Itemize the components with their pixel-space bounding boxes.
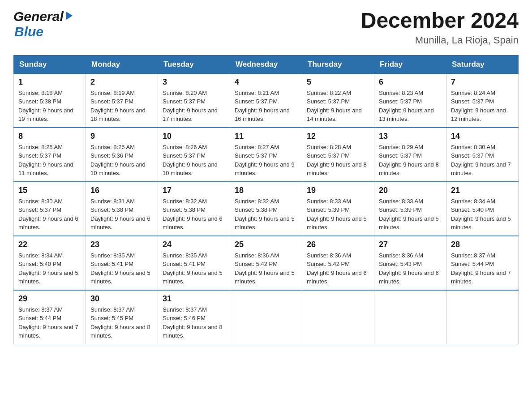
day-cell-16: 16Sunrise: 8:31 AMSunset: 5:38 PMDayligh…	[86, 182, 158, 236]
day-number: 17	[163, 186, 225, 195]
day-number: 28	[451, 240, 514, 249]
day-cell-8: 8Sunrise: 8:25 AMSunset: 5:37 PMDaylight…	[14, 128, 86, 182]
day-cell-4: 4Sunrise: 8:21 AMSunset: 5:37 PMDaylight…	[230, 73, 302, 128]
day-info: Sunrise: 8:37 AMSunset: 5:44 PMDaylight:…	[18, 305, 81, 340]
day-info: Sunrise: 8:34 AMSunset: 5:40 PMDaylight:…	[18, 251, 81, 286]
header-row: SundayMondayTuesdayWednesdayThursdayFrid…	[14, 55, 519, 73]
empty-cell	[374, 290, 446, 344]
day-info: Sunrise: 8:37 AMSunset: 5:46 PMDaylight:…	[163, 305, 225, 340]
logo-blue: Blue	[13, 24, 43, 39]
day-info: Sunrise: 8:35 AMSunset: 5:41 PMDaylight:…	[163, 251, 225, 286]
day-info: Sunrise: 8:36 AMSunset: 5:42 PMDaylight:…	[307, 251, 369, 286]
day-info: Sunrise: 8:21 AMSunset: 5:37 PMDaylight:…	[235, 89, 297, 124]
day-info: Sunrise: 8:26 AMSunset: 5:37 PMDaylight:…	[163, 143, 225, 178]
header-day-sunday: Sunday	[14, 55, 86, 73]
day-info: Sunrise: 8:20 AMSunset: 5:37 PMDaylight:…	[163, 89, 225, 124]
month-title: December 2024	[361, 9, 519, 33]
day-cell-29: 29Sunrise: 8:37 AMSunset: 5:44 PMDayligh…	[14, 290, 86, 344]
day-cell-23: 23Sunrise: 8:35 AMSunset: 5:41 PMDayligh…	[86, 236, 158, 290]
day-info: Sunrise: 8:22 AMSunset: 5:37 PMDaylight:…	[307, 89, 369, 124]
week-row-3: 15Sunrise: 8:30 AMSunset: 5:37 PMDayligh…	[14, 182, 519, 236]
day-info: Sunrise: 8:30 AMSunset: 5:37 PMDaylight:…	[18, 197, 81, 232]
day-number: 6	[379, 77, 442, 87]
title-section: December 2024 Munilla, La Rioja, Spain	[361, 9, 519, 46]
day-number: 13	[379, 132, 442, 141]
day-info: Sunrise: 8:32 AMSunset: 5:38 PMDaylight:…	[163, 197, 225, 232]
day-number: 3	[163, 77, 225, 87]
day-info: Sunrise: 8:18 AMSunset: 5:38 PMDaylight:…	[18, 89, 81, 124]
empty-cell	[446, 290, 519, 344]
location: Munilla, La Rioja, Spain	[361, 34, 519, 46]
header-day-wednesday: Wednesday	[230, 55, 302, 73]
day-number: 11	[235, 132, 297, 141]
day-cell-22: 22Sunrise: 8:34 AMSunset: 5:40 PMDayligh…	[14, 236, 86, 290]
day-number: 10	[163, 132, 225, 141]
logo-general: General	[13, 9, 64, 24]
header-day-tuesday: Tuesday	[158, 55, 230, 73]
day-cell-25: 25Sunrise: 8:36 AMSunset: 5:42 PMDayligh…	[230, 236, 302, 290]
week-row-1: 1Sunrise: 8:18 AMSunset: 5:38 PMDaylight…	[14, 73, 519, 128]
empty-cell	[302, 290, 374, 344]
day-cell-14: 14Sunrise: 8:30 AMSunset: 5:37 PMDayligh…	[446, 128, 519, 182]
day-cell-9: 9Sunrise: 8:26 AMSunset: 5:36 PMDaylight…	[86, 128, 158, 182]
day-cell-20: 20Sunrise: 8:33 AMSunset: 5:39 PMDayligh…	[374, 182, 446, 236]
day-info: Sunrise: 8:33 AMSunset: 5:39 PMDaylight:…	[307, 197, 369, 232]
day-number: 22	[18, 240, 81, 249]
day-cell-27: 27Sunrise: 8:36 AMSunset: 5:43 PMDayligh…	[374, 236, 446, 290]
header-day-thursday: Thursday	[302, 55, 374, 73]
calendar-table: SundayMondayTuesdayWednesdayThursdayFrid…	[13, 55, 519, 344]
day-info: Sunrise: 8:33 AMSunset: 5:39 PMDaylight:…	[379, 197, 442, 232]
day-cell-24: 24Sunrise: 8:35 AMSunset: 5:41 PMDayligh…	[158, 236, 230, 290]
day-number: 15	[18, 186, 81, 195]
day-cell-21: 21Sunrise: 8:34 AMSunset: 5:40 PMDayligh…	[446, 182, 519, 236]
svg-marker-0	[66, 12, 73, 20]
day-cell-3: 3Sunrise: 8:20 AMSunset: 5:37 PMDaylight…	[158, 73, 230, 128]
logo-arrow-icon	[64, 11, 74, 22]
day-info: Sunrise: 8:35 AMSunset: 5:41 PMDaylight:…	[90, 251, 153, 286]
day-info: Sunrise: 8:24 AMSunset: 5:37 PMDaylight:…	[451, 89, 514, 124]
day-number: 5	[307, 77, 369, 87]
day-number: 26	[307, 240, 369, 249]
day-info: Sunrise: 8:26 AMSunset: 5:36 PMDaylight:…	[90, 143, 153, 178]
day-info: Sunrise: 8:36 AMSunset: 5:43 PMDaylight:…	[379, 251, 442, 286]
week-row-4: 22Sunrise: 8:34 AMSunset: 5:40 PMDayligh…	[14, 236, 519, 290]
day-info: Sunrise: 8:30 AMSunset: 5:37 PMDaylight:…	[451, 143, 514, 178]
day-cell-6: 6Sunrise: 8:23 AMSunset: 5:37 PMDaylight…	[374, 73, 446, 128]
day-cell-2: 2Sunrise: 8:19 AMSunset: 5:37 PMDaylight…	[86, 73, 158, 128]
day-cell-19: 19Sunrise: 8:33 AMSunset: 5:39 PMDayligh…	[302, 182, 374, 236]
logo: General Blue	[13, 9, 74, 39]
day-number: 18	[235, 186, 297, 195]
day-cell-7: 7Sunrise: 8:24 AMSunset: 5:37 PMDaylight…	[446, 73, 519, 128]
day-number: 1	[18, 77, 81, 87]
day-number: 9	[90, 132, 153, 141]
day-cell-11: 11Sunrise: 8:27 AMSunset: 5:37 PMDayligh…	[230, 128, 302, 182]
day-number: 30	[90, 294, 153, 304]
day-number: 20	[379, 186, 442, 195]
day-info: Sunrise: 8:19 AMSunset: 5:37 PMDaylight:…	[90, 89, 153, 124]
page-header: General Blue December 2024 Munilla, La R…	[13, 9, 519, 46]
empty-cell	[230, 290, 302, 344]
header-day-friday: Friday	[374, 55, 446, 73]
week-row-5: 29Sunrise: 8:37 AMSunset: 5:44 PMDayligh…	[14, 290, 519, 344]
day-number: 23	[90, 240, 153, 249]
day-number: 8	[18, 132, 81, 141]
day-number: 16	[90, 186, 153, 195]
day-cell-12: 12Sunrise: 8:28 AMSunset: 5:37 PMDayligh…	[302, 128, 374, 182]
day-cell-30: 30Sunrise: 8:37 AMSunset: 5:45 PMDayligh…	[86, 290, 158, 344]
day-cell-17: 17Sunrise: 8:32 AMSunset: 5:38 PMDayligh…	[158, 182, 230, 236]
day-cell-28: 28Sunrise: 8:37 AMSunset: 5:44 PMDayligh…	[446, 236, 519, 290]
day-number: 4	[235, 77, 297, 87]
day-number: 7	[451, 77, 514, 87]
week-row-2: 8Sunrise: 8:25 AMSunset: 5:37 PMDaylight…	[14, 128, 519, 182]
day-info: Sunrise: 8:23 AMSunset: 5:37 PMDaylight:…	[379, 89, 442, 124]
day-cell-10: 10Sunrise: 8:26 AMSunset: 5:37 PMDayligh…	[158, 128, 230, 182]
day-info: Sunrise: 8:32 AMSunset: 5:38 PMDaylight:…	[235, 197, 297, 232]
day-number: 12	[307, 132, 369, 141]
day-info: Sunrise: 8:36 AMSunset: 5:42 PMDaylight:…	[235, 251, 297, 286]
day-number: 14	[451, 132, 514, 141]
day-info: Sunrise: 8:25 AMSunset: 5:37 PMDaylight:…	[18, 143, 81, 178]
day-number: 27	[379, 240, 442, 249]
day-info: Sunrise: 8:28 AMSunset: 5:37 PMDaylight:…	[307, 143, 369, 178]
day-info: Sunrise: 8:27 AMSunset: 5:37 PMDaylight:…	[235, 143, 297, 178]
day-number: 19	[307, 186, 369, 195]
